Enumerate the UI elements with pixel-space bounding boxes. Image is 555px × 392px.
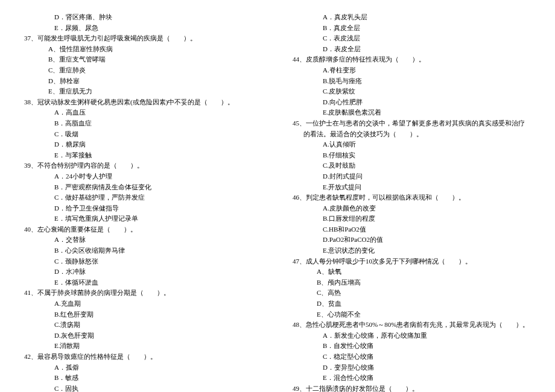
option-text: E.开放式提问 [293, 182, 531, 193]
question-44: 44、皮质醇增多症的特征性表现为（ ）。 [293, 54, 531, 65]
option-text: E、心功能不全 [293, 309, 531, 320]
right-column: A．真皮乳头层 B．真皮全层 C．表皮浅层 D．表皮全层 44、皮质醇增多症的特… [293, 12, 531, 392]
option-text: B.红色肝变期 [24, 309, 262, 320]
option-text: A．高血压 [24, 107, 262, 118]
option-text: B.脱毛与痤疮 [293, 76, 531, 87]
option-text: E．体循环淤血 [24, 277, 262, 288]
option-text: E．填写危重病人护理记录单 [24, 213, 262, 224]
option-text: B、颅内压增高 [293, 277, 531, 288]
option-text: D．给予卫生保健指导 [24, 203, 262, 214]
option-text: C、高热 [293, 288, 531, 299]
option-text: C.及时鼓励 [293, 160, 531, 171]
document-content: D．肾区疼痛、肿块 E．尿频、尿急 37、可能发生呼吸肌无力引起呼吸衰竭的疾病是… [24, 12, 531, 392]
option-text: A.脊柱变形 [293, 65, 531, 76]
question-37: 37、可能发生呼吸肌无力引起呼吸衰竭的疾病是（ ）。 [24, 33, 262, 44]
option-text: C.HB和PaO2值 [293, 224, 531, 235]
option-text: A、缺氧 [293, 267, 531, 277]
option-text: D.向心性肥胖 [293, 97, 531, 108]
option-text: C、重症肺炎 [24, 65, 262, 76]
option-text: D．变异型心绞痛 [293, 362, 531, 373]
option-text: D.灰色肝变期 [24, 330, 262, 341]
option-text: A.充血期 [24, 299, 262, 309]
option-text: E.皮肤黏膜色素沉着 [293, 107, 531, 118]
option-text: B、重症支气管哮喘 [24, 54, 262, 65]
question-42: 42、最容易导致癔症的性格特征是（ ）。 [24, 352, 262, 362]
option-text: D．糖尿病 [24, 139, 262, 150]
option-text: A．24小时专人护理 [24, 171, 262, 182]
question-38: 38、冠状动脉发生粥样硬化易患因素(或危险因素)中不妥的是（ ）。 [24, 97, 262, 108]
option-text: B．真皮全层 [293, 23, 531, 34]
option-text: A、慢性阻塞性肺疾病 [24, 44, 262, 55]
question-41: 41、不属于肺炎球菌肺炎的病理分期是（ ）。 [24, 288, 262, 299]
option-text: B.仔细核实 [293, 150, 531, 161]
option-text: E．混合性心绞痛 [293, 373, 531, 384]
option-text: A.认真倾听 [293, 139, 531, 150]
option-text: D、肺栓塞 [24, 76, 262, 87]
option-text: B．高脂血症 [24, 118, 262, 129]
option-text: A．真皮乳头层 [293, 12, 531, 23]
option-text: E．尿频、尿急 [24, 23, 262, 34]
option-text: A．新发生心绞痛，原有心绞痛加重 [293, 330, 531, 341]
option-text: E．与苯接触 [24, 150, 262, 161]
option-text: B．严密观察病情及生命体征变化 [24, 182, 262, 193]
option-text: C．做好基础护理，严防并发症 [24, 192, 262, 203]
option-text: D.封闭式提问 [293, 171, 531, 182]
option-text: C．吸烟 [24, 129, 262, 140]
left-column: D．肾区疼痛、肿块 E．尿频、尿急 37、可能发生呼吸肌无力引起呼吸衰竭的疾病是… [24, 12, 262, 392]
option-text: B．敏感 [24, 373, 262, 384]
option-text: D．表皮全层 [293, 44, 531, 55]
option-text: C.皮肤紫纹 [293, 86, 531, 97]
option-text: B.口唇发绀的程度 [293, 213, 531, 224]
option-text: D、贫血 [293, 299, 531, 309]
option-text: D.PaO2和PaCO2的值 [293, 235, 531, 245]
option-text: E.意识状态的变化 [293, 245, 531, 256]
option-text: B．自发性心绞痛 [293, 341, 531, 352]
question-39: 39、不符合特别护理内容的是（ ）。 [24, 160, 262, 171]
option-text: C．表皮浅层 [293, 33, 531, 44]
question-47: 47、成人每分钟呼吸少于10次多见于下列哪种情况（ ）。 [293, 256, 531, 267]
option-text: C．颈静脉怒张 [24, 256, 262, 267]
option-text: A.皮肤颜色的改变 [293, 203, 531, 214]
question-48: 48、急性心肌梗死患者中50%～80%患者病前有先兆，其最常见表现为（ ）。 [293, 320, 531, 330]
option-text: C.溃疡期 [24, 320, 262, 330]
option-text: C．稳定型心绞痛 [293, 352, 531, 362]
option-text: A．孤僻 [24, 362, 262, 373]
question-45: 45、一位护士在与患者的交谈中，希望了解更多患者对其疾病的真实感受和治疗的看法。… [293, 118, 531, 139]
option-text: E.消散期 [24, 341, 262, 352]
option-text: D．水冲脉 [24, 267, 262, 277]
option-text: A．交替脉 [24, 235, 262, 245]
question-49: 49、十二指肠溃疡的好发部位是（ ）。 [293, 384, 531, 392]
option-text: D．肾区疼痛、肿块 [24, 12, 262, 23]
question-40: 40、左心衰竭的重要体征是（ ）。 [24, 224, 262, 235]
question-46: 46、判定患者缺氧程度时，可以根据临床表现和（ ）。 [293, 192, 531, 203]
option-text: B．心尖区收缩期奔马律 [24, 245, 262, 256]
option-text: C．固执 [24, 384, 262, 392]
option-text: E、重症肌无力 [24, 86, 262, 97]
